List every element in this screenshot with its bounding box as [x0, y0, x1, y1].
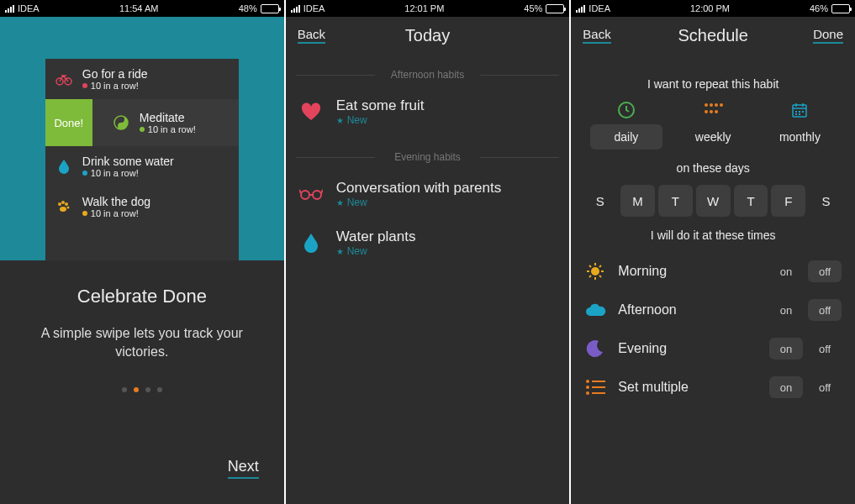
- day-wed[interactable]: W: [696, 185, 731, 217]
- toggle-on[interactable]: on: [769, 260, 803, 282]
- habit-badge: New: [347, 245, 367, 257]
- back-button[interactable]: Back: [298, 27, 325, 44]
- time-label: Set multiple: [618, 380, 757, 395]
- svg-point-5: [65, 202, 68, 206]
- svg-rect-21: [802, 111, 804, 113]
- habit-badge: New: [347, 197, 367, 208]
- times-label: I will do it at these times: [583, 228, 843, 242]
- svg-point-12: [710, 103, 713, 107]
- days-label: on these days: [583, 161, 843, 175]
- section-afternoon: Afternoon habits: [286, 69, 570, 81]
- svg-rect-26: [592, 381, 605, 382]
- day-sun[interactable]: S: [583, 185, 617, 217]
- nav-bar: Back Schedule Done: [571, 17, 855, 54]
- battery-icon: [831, 4, 850, 13]
- back-button[interactable]: Back: [583, 27, 610, 44]
- battery-pct: 45%: [524, 3, 542, 13]
- svg-point-25: [586, 380, 589, 383]
- svg-point-24: [591, 267, 599, 276]
- toggle-on[interactable]: on: [769, 338, 803, 360]
- freq-monthly[interactable]: monthly: [763, 101, 836, 150]
- svg-rect-28: [592, 386, 605, 388]
- habit-item[interactable]: Water plants ★New: [286, 218, 570, 267]
- signal-icon: [291, 5, 300, 13]
- day-tue[interactable]: T: [658, 185, 693, 217]
- svg-point-8: [301, 191, 309, 199]
- habit-badge: New: [347, 114, 367, 126]
- toggle-off[interactable]: off: [808, 376, 842, 398]
- done-button[interactable]: Done: [813, 27, 843, 44]
- status-bar: IDEA 11:54 AM 48%: [0, 0, 284, 17]
- svg-point-15: [705, 110, 708, 113]
- habit-title: Conversation with parents: [336, 180, 502, 197]
- week-dots-icon: [703, 101, 723, 119]
- heart-icon: [299, 102, 323, 121]
- moon-icon: [584, 339, 606, 358]
- day-fri[interactable]: F: [771, 185, 805, 217]
- next-button[interactable]: Next: [228, 458, 259, 479]
- time-label: Afternoon: [618, 302, 757, 318]
- day-sat[interactable]: S: [809, 185, 843, 217]
- toggle-on[interactable]: on: [769, 376, 803, 398]
- page-dots: [25, 387, 259, 392]
- battery-icon: [261, 4, 279, 13]
- toggle-off[interactable]: off: [808, 260, 842, 282]
- svg-point-9: [313, 191, 321, 199]
- done-badge: Done!: [45, 99, 92, 146]
- toggle-off[interactable]: off: [808, 299, 842, 321]
- habit-item[interactable]: Conversation with parents ★New: [286, 170, 570, 218]
- carrier-label: IDEA: [588, 3, 610, 13]
- svg-rect-23: [799, 113, 800, 115]
- svg-point-3: [58, 202, 61, 206]
- toggle-on[interactable]: on: [769, 299, 803, 321]
- svg-rect-19: [795, 111, 797, 113]
- onboarding-body: A simple swipe lets you track your victo…: [25, 324, 259, 362]
- habit-streak: 10 in a row!: [148, 124, 196, 134]
- freq-daily[interactable]: daily: [590, 101, 662, 150]
- time-multiple: Set multiple onoff: [583, 368, 843, 407]
- onboarding-heading: Celebrate Done: [25, 286, 259, 307]
- onboarding-screen: IDEA 11:54 AM 48% Go for a ride 10 in a …: [0, 0, 284, 504]
- habit-title: Drink some water: [82, 155, 174, 168]
- svg-rect-20: [799, 111, 800, 113]
- svg-point-14: [720, 103, 723, 107]
- habit-title: Meditate: [140, 111, 196, 124]
- day-thu[interactable]: T: [734, 185, 768, 217]
- habit-title: Eat some fruit: [336, 97, 425, 114]
- habit-row[interactable]: Walk the dog 10 in a row!: [45, 186, 239, 227]
- freq-label: daily: [590, 124, 662, 150]
- schedule-screen: IDEA 12:00 PM 46% Back Schedule Done I w…: [571, 0, 855, 504]
- time-afternoon: Afternoon onoff: [583, 291, 843, 329]
- glasses-icon: [299, 188, 323, 200]
- section-evening: Evening habits: [286, 151, 570, 163]
- status-bar: IDEA 12:01 PM 45%: [286, 0, 570, 17]
- page-title: Today: [286, 26, 570, 45]
- signal-icon: [5, 5, 14, 13]
- drop-icon: [299, 233, 323, 253]
- habit-row[interactable]: Drink some water 10 in a row!: [45, 146, 239, 186]
- svg-point-4: [61, 201, 65, 204]
- habit-card-preview: Go for a ride 10 in a row! Done! Meditat…: [0, 17, 284, 260]
- svg-point-16: [710, 110, 713, 113]
- signal-icon: [576, 5, 585, 13]
- carrier-label: IDEA: [18, 3, 40, 13]
- habit-streak: 10 in a row!: [91, 168, 139, 178]
- svg-point-27: [586, 386, 589, 389]
- clock-icon: [617, 101, 636, 119]
- svg-point-13: [715, 103, 718, 107]
- battery-pct: 46%: [810, 3, 828, 13]
- habit-item[interactable]: Eat some fruit ★New: [286, 87, 570, 136]
- sun-icon: [584, 261, 606, 281]
- habit-row-done[interactable]: Done! Meditate 10 in a row!: [45, 99, 239, 146]
- day-mon[interactable]: M: [620, 185, 655, 217]
- svg-point-29: [586, 391, 589, 395]
- svg-rect-30: [592, 392, 605, 394]
- toggle-off[interactable]: off: [808, 338, 842, 360]
- carrier-label: IDEA: [303, 3, 325, 13]
- freq-weekly[interactable]: weekly: [677, 101, 749, 150]
- paw-icon: [55, 199, 72, 214]
- time-morning: Morning onoff: [583, 252, 843, 291]
- clock: 11:54 AM: [119, 3, 158, 13]
- habit-streak: 10 in a row!: [91, 208, 139, 218]
- habit-row[interactable]: Go for a ride 10 in a row!: [45, 59, 239, 99]
